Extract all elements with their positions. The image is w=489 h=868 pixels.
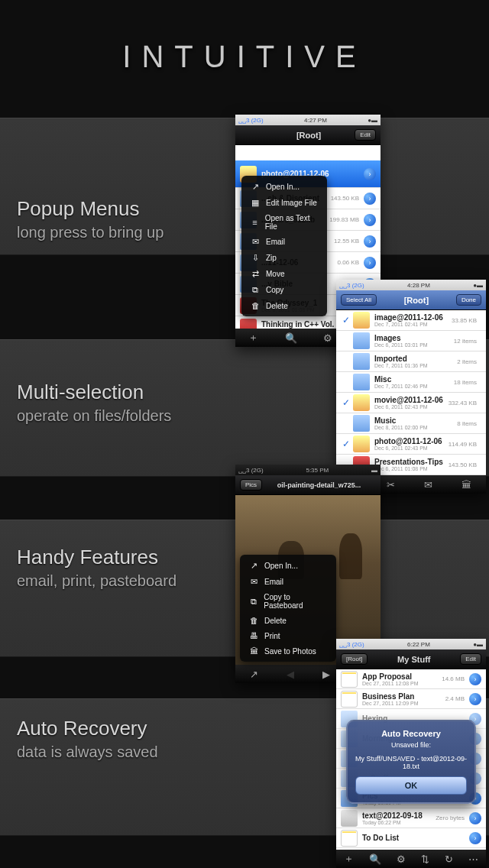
table-row[interactable]: ✓ photo@2011-12-06 Dec 6, 2011 02:43 PM … (336, 434, 486, 455)
menu-icon: ▦ (249, 198, 261, 208)
menu-item[interactable]: ✉ Email (240, 574, 336, 590)
disclosure-icon[interactable]: › (364, 235, 376, 248)
menu-label: Move (266, 270, 284, 278)
file-icon (341, 671, 358, 688)
file-meta: Dec 7, 2011 02:46 PM (374, 384, 454, 389)
menu-label: Zip (266, 254, 277, 262)
checkbox[interactable]: ✓ (341, 315, 351, 326)
disclosure-icon[interactable]: › (364, 214, 376, 226)
disclosure-icon[interactable]: › (469, 673, 481, 685)
file-name: photo@2011-12-06 (374, 437, 449, 445)
select-all-button[interactable]: Select All (341, 294, 377, 306)
file-icon (341, 810, 358, 827)
table-row[interactable]: Imported Dec 7, 2011 01:36 PM 2 items (336, 351, 486, 372)
menu-item[interactable]: ↗ Open In... (240, 558, 336, 574)
toolbar-icon[interactable]: ⇅ (421, 853, 429, 865)
toolbar-icon[interactable]: ↻ (445, 853, 453, 865)
menu-item[interactable]: 🗑 Delete (241, 298, 327, 313)
context-menu[interactable]: ↗ Open In... ▦ Edit Image File ≡ Open as… (241, 176, 327, 316)
menu-item[interactable]: ≡ Open as Text File (241, 211, 327, 234)
share-icon[interactable]: ↗ (250, 669, 258, 680)
done-button[interactable]: Done (456, 294, 481, 306)
checkbox[interactable] (341, 418, 351, 429)
file-icon (341, 830, 358, 847)
checkbox[interactable] (341, 356, 351, 367)
context-menu[interactable]: ↗ Open In... ✉ Email ⧉ Copy to Pasteboar… (240, 555, 336, 662)
file-meta: Dec 7, 2011 02:41 PM (374, 322, 452, 327)
back-button[interactable]: Pics (240, 479, 262, 491)
table-row[interactable]: App Proposal Dec 27, 2011 12:08 PM 14.6 … (336, 669, 486, 689)
file-size: 114.49 KB (449, 441, 477, 448)
table-row[interactable]: Misc Dec 7, 2011 02:46 PM 18 items (336, 372, 486, 393)
toolbar-icon[interactable]: ✉ (424, 479, 432, 491)
file-icon (353, 332, 370, 349)
file-size: 332.43 KB (449, 400, 477, 406)
menu-item[interactable]: ⇩ Zip (241, 250, 327, 266)
toolbar-icon[interactable]: ⋯ (468, 853, 478, 865)
carrier-label: ␣␣3 (2G) (238, 117, 264, 124)
menu-item[interactable]: 🗑 Delete (240, 613, 336, 628)
disclosure-icon[interactable]: › (364, 168, 376, 180)
alert-title: Auto Recovery (355, 729, 467, 738)
menu-item[interactable]: ▦ Edit Image File (241, 195, 327, 211)
file-size: 2.4 MB (445, 695, 465, 702)
play-icon[interactable]: ▶ (322, 669, 330, 680)
table-row[interactable]: text@2012-09-18 Today 06:22 PM Zero byte… (336, 808, 486, 828)
menu-item[interactable]: ⧉ Copy (241, 282, 327, 298)
gear-icon[interactable]: ⚙ (323, 332, 332, 344)
toolbar-icon[interactable]: ✂ (387, 479, 395, 491)
toolbar-icon[interactable]: ＋ (344, 852, 354, 866)
battery-icon: ▬ (371, 467, 377, 474)
file-size: 199.83 MB (329, 216, 359, 223)
file-icon (353, 415, 370, 432)
checkbox[interactable] (341, 335, 351, 346)
menu-label: Delete (264, 617, 287, 625)
file-icon (240, 319, 257, 329)
phone-recovery-screenshot: ␣␣3 (2G) 6:22 PM ●▬ [Root] My Stuff Edit… (336, 639, 486, 868)
edit-button[interactable]: Edit (460, 653, 481, 665)
file-icon (353, 312, 370, 329)
menu-label: Open In... (264, 562, 298, 570)
status-bar: ␣␣3 (2G) 6:22 PM ●▬ (336, 639, 486, 649)
ok-button[interactable]: OK (355, 776, 467, 795)
file-name: text@2012-09-18 (362, 811, 436, 820)
file-name: Imported (374, 355, 457, 363)
table-row[interactable]: ✓ movie@2011-12-06 Dec 6, 2011 02:43 PM … (336, 393, 486, 413)
menu-icon: ≡ (249, 218, 261, 227)
file-size: 12 items (454, 338, 477, 345)
disclosure-icon[interactable]: › (364, 193, 376, 205)
menu-item[interactable]: ↗ Open In... (241, 179, 327, 195)
time-label: 4:27 PM (304, 117, 327, 124)
disclosure-icon[interactable]: › (469, 812, 481, 824)
file-list[interactable]: App Proposal Dec 27, 2011 12:08 PM 14.6 … (336, 669, 486, 850)
toolbar-icon[interactable]: 🏛 (461, 479, 471, 491)
checkbox[interactable]: ✓ (341, 439, 351, 449)
table-row[interactable] (235, 145, 381, 160)
menu-item[interactable]: ⧉ Copy to Pasteboard (240, 590, 336, 613)
file-size: Zero bytes (436, 815, 465, 821)
add-icon[interactable]: ＋ (248, 331, 258, 345)
table-row[interactable]: Business Plan Dec 27, 2011 12:09 PM 2.4 … (336, 689, 486, 709)
table-row[interactable]: Music Dec 8, 2011 02:00 PM 8 items (336, 413, 486, 434)
menu-label: Copy to Pasteboard (264, 593, 329, 610)
toolbar-icon[interactable]: 🔍 (369, 853, 381, 865)
menu-item[interactable]: 🖶 Print (240, 628, 336, 643)
search-icon[interactable]: 🔍 (285, 332, 297, 344)
table-row[interactable]: To Do List › (336, 828, 486, 848)
back-button[interactable]: [Root] (341, 653, 368, 665)
menu-icon: 🗑 (249, 301, 261, 310)
table-row[interactable]: ✓ image@2011-12-06 Dec 7, 2011 02:41 PM … (336, 310, 486, 331)
disclosure-icon[interactable]: › (469, 832, 481, 844)
menu-item[interactable]: ⇄ Move (241, 266, 327, 282)
toolbar-icon[interactable]: ⚙ (397, 853, 406, 865)
checkbox[interactable]: ✓ (341, 397, 351, 408)
menu-item[interactable]: ✉ Email (241, 234, 327, 250)
checkbox[interactable] (341, 377, 351, 387)
file-list[interactable]: ✓ image@2011-12-06 Dec 7, 2011 02:41 PM … (336, 310, 486, 475)
menu-item[interactable]: 🏛 Save to Photos (240, 643, 336, 659)
disclosure-icon[interactable]: › (469, 693, 481, 705)
file-name: image@2011-12-06 (374, 313, 452, 322)
disclosure-icon[interactable]: › (364, 257, 376, 269)
table-row[interactable]: Images Dec 6, 2011 03:01 PM 12 items (336, 331, 486, 351)
edit-button[interactable]: Edit (355, 129, 376, 141)
